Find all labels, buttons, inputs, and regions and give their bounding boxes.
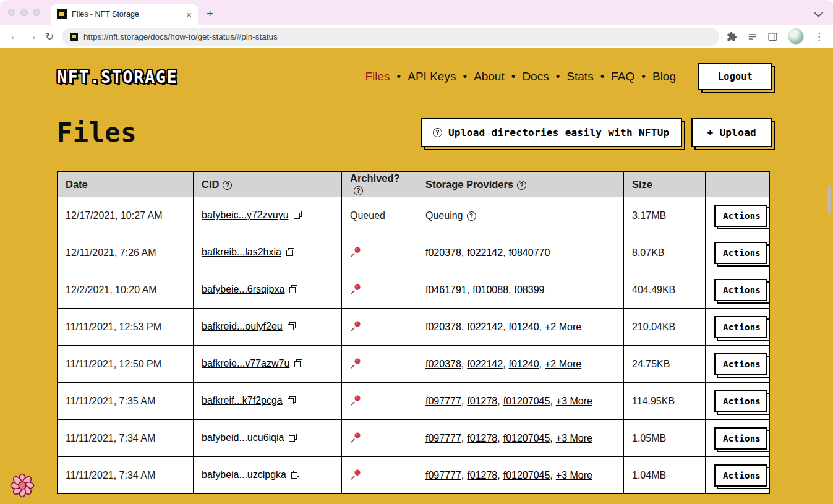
reload-button[interactable]: ↻ [41, 30, 58, 43]
tab-search-chevron-icon[interactable] [814, 8, 824, 18]
help-icon[interactable]: ? [223, 181, 232, 190]
copy-cid-icon[interactable] [286, 247, 294, 258]
nav-link-about[interactable]: About [474, 70, 505, 83]
copy-cid-icon[interactable] [294, 210, 302, 221]
cid-link[interactable]: bafybeie...6rsqjpxa [202, 284, 284, 294]
provider-link[interactable]: f097777 [425, 396, 461, 406]
nav-link-faq[interactable]: FAQ [611, 70, 634, 83]
provider-link[interactable]: f01207045 [503, 470, 550, 481]
heading-row: Files ? Upload directories easily with N… [57, 117, 772, 148]
page-scrollbar-thumb[interactable] [827, 186, 831, 214]
provider-separator: , [461, 359, 464, 369]
close-tab-icon[interactable]: × [185, 10, 193, 19]
cid-link[interactable]: bafybeia...uzclpgka [202, 469, 286, 480]
provider-link[interactable]: f01278 [467, 433, 497, 443]
provider-link[interactable]: f020378 [425, 359, 461, 369]
more-providers-link[interactable]: +3 More [556, 433, 592, 443]
reading-list-icon[interactable] [747, 32, 758, 42]
provider-link[interactable]: f01278 [467, 470, 497, 481]
upload-button[interactable]: + Upload [691, 118, 772, 147]
nft-flower-button[interactable] [9, 472, 35, 501]
help-icon[interactable]: ? [517, 181, 526, 190]
provider-link[interactable]: f097777 [425, 433, 461, 443]
copy-cid-icon[interactable] [289, 284, 297, 296]
new-tab-button[interactable]: + [207, 7, 213, 19]
provider-link[interactable]: f0461791 [425, 284, 467, 295]
actions-button[interactable]: Actions [714, 464, 767, 487]
profile-avatar[interactable] [788, 28, 804, 45]
more-providers-link[interactable]: +2 More [545, 322, 581, 332]
provider-separator: , [550, 433, 552, 443]
close-window-button[interactable] [8, 9, 15, 16]
provider-link[interactable]: f010088 [472, 284, 508, 295]
copy-cid-icon[interactable] [291, 470, 299, 481]
cell-providers: f097777,f01278,f01207045,+3 More [417, 420, 624, 457]
cid-link[interactable]: bafkreib...las2hxia [202, 247, 281, 257]
actions-button[interactable]: Actions [714, 205, 767, 227]
cell-actions: Actions [706, 383, 770, 420]
actions-button[interactable]: Actions [714, 279, 767, 301]
nftup-button[interactable]: ? Upload directories easily with NFTUp [421, 118, 682, 147]
cell-size: 1.05MB [624, 420, 706, 457]
zoom-window-button[interactable] [33, 9, 40, 16]
provider-link[interactable]: f0840770 [509, 247, 550, 258]
back-button[interactable]: ← [6, 30, 23, 43]
help-icon[interactable]: ? [467, 211, 476, 221]
help-icon: ? [433, 128, 442, 137]
extensions-puzzle-icon[interactable] [727, 32, 737, 42]
nav-link-api-keys[interactable]: API Keys [408, 70, 456, 83]
cid-link[interactable]: bafybeid...ucu6iqia [202, 432, 284, 443]
nav-link-blog[interactable]: Blog [652, 70, 676, 83]
table-row: 11/11/2021, 7:34 AMbafybeid...ucu6iqiaf0… [58, 420, 770, 457]
browser-tab[interactable]: Files - NFT Storage × [51, 4, 198, 25]
provider-link[interactable]: f022142 [467, 322, 503, 332]
cell-providers: Queuing? [417, 197, 624, 234]
cid-link[interactable]: bafkreif...k7f2pcga [202, 395, 283, 406]
provider-link[interactable]: f020378 [425, 322, 461, 332]
provider-link[interactable]: f01240 [509, 322, 539, 332]
providers-status: Queuing [425, 210, 463, 221]
provider-link[interactable]: f01207045 [503, 433, 550, 443]
help-icon[interactable]: ? [354, 186, 363, 195]
actions-button[interactable]: Actions [714, 353, 767, 375]
provider-separator: , [467, 284, 469, 295]
provider-link[interactable]: f01207045 [503, 396, 550, 406]
browser-menu-kebab-icon[interactable]: ⋮ [814, 30, 824, 43]
side-panel-icon[interactable] [767, 32, 778, 42]
actions-button[interactable]: Actions [714, 390, 767, 412]
pin-icon [350, 320, 362, 335]
provider-link[interactable]: f097777 [425, 470, 461, 481]
cid-link[interactable]: bafkreid...oulyf2eu [202, 321, 283, 331]
nav-link-files[interactable]: Files [365, 70, 390, 83]
provider-link[interactable]: f022142 [467, 359, 503, 369]
address-bar[interactable]: https://nft.storage/docs/how-to/get-stat… [62, 28, 719, 46]
more-providers-link[interactable]: +2 More [545, 359, 581, 369]
provider-link[interactable]: f01278 [467, 396, 497, 406]
more-providers-link[interactable]: +3 More [556, 396, 592, 406]
copy-cid-icon[interactable] [288, 322, 296, 333]
col-header-size: Size [624, 172, 706, 197]
copy-cid-icon[interactable] [289, 433, 297, 444]
copy-cid-icon[interactable] [294, 359, 302, 370]
actions-button[interactable]: Actions [714, 242, 767, 264]
cid-link[interactable]: bafybeic...y72zvuyu [202, 210, 289, 220]
nft-storage-logo[interactable]: NFT.STORAGE [57, 67, 177, 87]
provider-link[interactable]: f08399 [514, 284, 544, 295]
actions-button[interactable]: Actions [714, 427, 767, 450]
provider-link[interactable]: f022142 [467, 247, 503, 258]
cell-providers: f097777,f01278,f01207045,+3 More [417, 383, 624, 420]
more-providers-link[interactable]: +3 More [556, 470, 592, 481]
logout-button[interactable]: Logout [698, 63, 772, 90]
nav-link-stats[interactable]: Stats [566, 70, 593, 83]
forward-button[interactable]: → [23, 30, 41, 43]
copy-cid-icon[interactable] [288, 396, 296, 407]
actions-button[interactable]: Actions [714, 316, 767, 338]
cell-date: 11/11/2021, 12:53 PM [58, 309, 194, 346]
provider-separator: , [508, 284, 511, 295]
provider-link[interactable]: f020378 [425, 247, 461, 258]
cell-date: 12/2/2021, 10:20 AM [58, 271, 194, 309]
cid-link[interactable]: bafkreie...v77azw7u [202, 358, 289, 369]
nav-link-docs[interactable]: Docs [522, 70, 549, 83]
minimize-window-button[interactable] [20, 9, 28, 16]
provider-link[interactable]: f01240 [509, 359, 539, 369]
